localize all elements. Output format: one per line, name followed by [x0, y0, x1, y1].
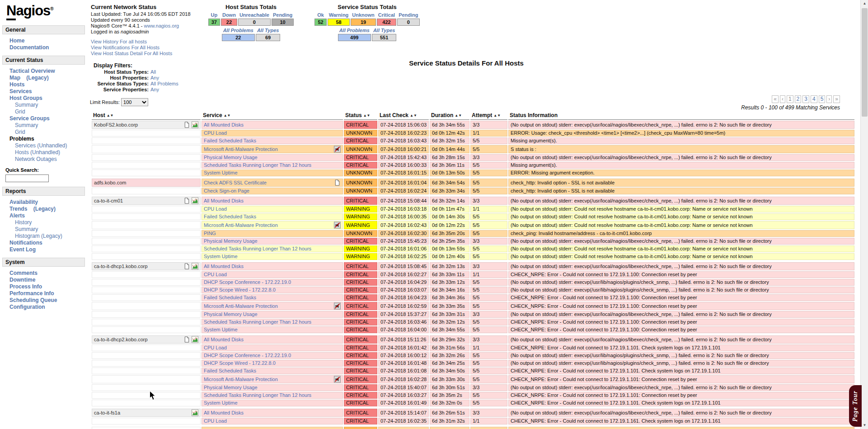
sidebar-item-summary[interactable]: Summary: [0, 102, 87, 108]
performance-graph-icon[interactable]: [192, 336, 198, 343]
sort-arrows-host[interactable]: ▲▼: [107, 113, 114, 118]
first-page-button[interactable]: «: [772, 95, 779, 103]
performance-graph-icon[interactable]: [192, 121, 198, 128]
service-link[interactable]: Physical Memory Usage: [204, 238, 258, 244]
sidebar-item-services[interactable]: Services: [0, 88, 87, 95]
service-link[interactable]: Check ADFS SSL Certificate: [204, 180, 267, 186]
page-2-button[interactable]: 2: [795, 95, 802, 103]
sort-arrows-duration[interactable]: ▲▼: [455, 113, 462, 118]
service-link[interactable]: All Mounted Disks: [204, 264, 244, 269]
service-link[interactable]: Physical Memory Usage: [204, 311, 258, 317]
service-link[interactable]: Microsoft Anti-Malware Protection: [204, 377, 278, 382]
service-link[interactable]: PING: [204, 231, 216, 236]
notes-icon[interactable]: [183, 197, 190, 204]
nagios-org-link[interactable]: www.nagios.org: [144, 23, 179, 28]
service-link[interactable]: System Uptime: [204, 254, 238, 259]
host-status-types-filter[interactable]: All: [150, 69, 156, 75]
service-link[interactable]: All Mounted Disks: [204, 337, 244, 343]
service-properties-filter[interactable]: Any: [150, 87, 159, 92]
performance-graph-icon[interactable]: [192, 197, 198, 204]
service-link[interactable]: Failed Scheduled Tasks: [204, 138, 256, 144]
limit-results-select[interactable]: 100: [121, 98, 148, 106]
sidebar-item-process-info[interactable]: Process Info: [0, 283, 87, 290]
sidebar-item-documentation[interactable]: Documentation: [0, 44, 87, 51]
host-totals-col-all-problems[interactable]: All Problems: [222, 28, 255, 33]
notifications-disabled-icon[interactable]: [334, 222, 341, 229]
notifications-disabled-icon[interactable]: [334, 146, 341, 153]
nagios-logo[interactable]: Nagios®: [6, 3, 87, 19]
service-link[interactable]: Microsoft Anti-Malware Protection: [204, 222, 278, 228]
page-3-button[interactable]: 3: [802, 95, 809, 103]
sidebar-item-grid[interactable]: Grid: [0, 129, 87, 136]
sidebar-item-summary[interactable]: Summary: [0, 226, 87, 233]
sidebar-item-network-outages[interactable]: Network Outages: [0, 156, 87, 163]
sort-arrows-last-check[interactable]: ▲▼: [410, 113, 417, 118]
service-link[interactable]: All Mounted Disks: [204, 122, 244, 128]
service-totals-col-unknown[interactable]: Unknown: [351, 12, 376, 18]
host-totals-col-down[interactable]: Down: [221, 12, 237, 18]
view-history-link[interactable]: View History For all hosts: [91, 39, 215, 45]
service-status-types-filter[interactable]: All Problems: [150, 81, 178, 86]
sidebar-item-comments[interactable]: Comments: [0, 270, 87, 277]
service-link[interactable]: Microsoft Anti-Malware Protection: [204, 303, 278, 309]
service-link[interactable]: Check Sign-on Page: [204, 188, 249, 194]
sidebar-item-trends-legacy[interactable]: Trends (Legacy): [0, 206, 87, 212]
sidebar-item-alerts[interactable]: Alerts: [0, 212, 87, 219]
notes-icon[interactable]: [334, 179, 341, 186]
sort-arrows-service[interactable]: ▲▼: [224, 113, 231, 118]
service-totals-col-all-problems[interactable]: All Problems: [338, 28, 371, 33]
service-link[interactable]: CPU Load: [204, 418, 227, 424]
host-link[interactable]: KoboFS2.kobo.corp: [94, 122, 138, 128]
page-4-button[interactable]: 4: [811, 95, 817, 103]
sort-arrows-attempt[interactable]: ▲▼: [493, 113, 501, 118]
service-link[interactable]: DHCP Scope Conference - 172.22.19.0: [204, 353, 291, 358]
service-link[interactable]: Failed Scheduled Tasks: [204, 214, 256, 220]
sidebar-item-services-unhandled[interactable]: Services (Unhandled): [0, 142, 87, 149]
sidebar-item-downtime[interactable]: Downtime: [0, 277, 87, 283]
page-5-button[interactable]: 5: [819, 95, 826, 103]
service-totals-col-all-types[interactable]: All Types: [372, 28, 397, 33]
service-link[interactable]: DHCP Scope Wired - 172.22.8.0: [204, 360, 276, 366]
host-link[interactable]: ca-to-it-fs1a: [94, 410, 120, 416]
notes-icon[interactable]: [183, 336, 190, 343]
performance-graph-icon[interactable]: [192, 263, 198, 270]
service-link[interactable]: Failed Scheduled Tasks: [204, 368, 256, 374]
host-totals-col-all-types[interactable]: All Types: [256, 28, 281, 33]
service-link[interactable]: All Mounted Disks: [204, 198, 244, 204]
service-link[interactable]: Scheduled Tasks Running Longer Than 12 h…: [204, 319, 311, 325]
scrollbar-down-arrow[interactable]: ▼: [861, 422, 868, 429]
sidebar-item-grid[interactable]: Grid: [0, 108, 87, 115]
service-link[interactable]: Microsoft Anti-Malware Protection: [204, 146, 278, 152]
sidebar-item-histogram-legacy[interactable]: Histogram (Legacy): [0, 233, 87, 240]
service-link[interactable]: System Uptime: [204, 400, 238, 406]
host-properties-filter[interactable]: Any: [150, 75, 159, 80]
sidebar-item-summary[interactable]: Summary: [0, 122, 87, 129]
sidebar-item-home[interactable]: Home: [0, 38, 87, 44]
view-notifications-link[interactable]: View Notifications For All Hosts: [91, 45, 215, 51]
notes-icon[interactable]: [183, 263, 190, 270]
sidebar-item-hosts[interactable]: Hosts: [0, 81, 87, 88]
sidebar-item-map-legacy[interactable]: Map (Legacy): [0, 75, 87, 81]
sidebar-item-configuration[interactable]: Configuration: [0, 304, 87, 311]
sidebar-item-availability[interactable]: Availability: [0, 199, 87, 206]
service-link[interactable]: System Uptime: [204, 170, 238, 176]
sidebar-item-tactical-overview[interactable]: Tactical Overview: [0, 68, 87, 75]
sidebar-item-event-log[interactable]: Event Log: [0, 246, 87, 253]
sort-arrows-status[interactable]: ▲▼: [363, 113, 371, 118]
sidebar-item-hosts-unhandled[interactable]: Hosts (Unhandled): [0, 149, 87, 156]
service-totals-col-pending[interactable]: Pending: [397, 12, 419, 18]
sidebar-item-history[interactable]: History: [0, 219, 87, 226]
page-tour-tab[interactable]: Page Tour: [849, 385, 862, 427]
service-link[interactable]: Physical Memory Usage: [204, 155, 258, 160]
scrollbar-up-arrow[interactable]: ▲: [861, 0, 868, 7]
service-link[interactable]: All Mounted Disks: [204, 410, 244, 416]
sidebar-item-scheduling-queue[interactable]: Scheduling Queue: [0, 297, 87, 304]
service-link[interactable]: Scheduled Tasks Running Longer Than 12 h…: [204, 162, 311, 168]
service-link[interactable]: Scheduled Tasks Running Longer Than 12 h…: [204, 246, 311, 252]
sidebar-item-host-groups[interactable]: Host Groups: [0, 95, 87, 102]
service-link[interactable]: System Uptime: [204, 327, 238, 333]
next-page-button[interactable]: ›: [826, 95, 832, 103]
service-link[interactable]: Failed Scheduled Tasks: [204, 295, 256, 301]
service-link[interactable]: CPU Load: [204, 272, 227, 278]
host-link[interactable]: adfs.kobo.com: [94, 180, 127, 186]
